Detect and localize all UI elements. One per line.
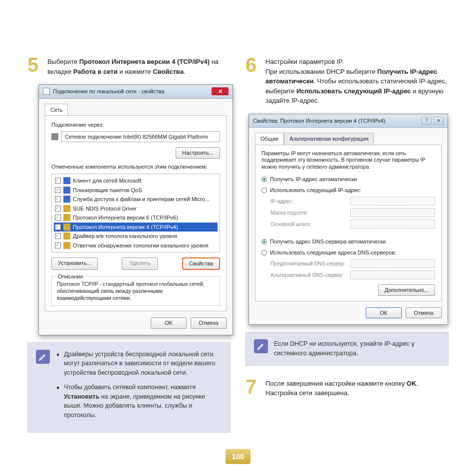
ipv4-description: Параметры IP могут назначаться автоматич…: [261, 150, 435, 171]
checkbox-icon[interactable]: [55, 187, 61, 193]
tab-general[interactable]: Общие: [255, 133, 284, 145]
list-item[interactable]: Клиент для сетей Microsoft: [54, 176, 218, 186]
dns2-label: Альтернативный DNS-сервер:: [270, 271, 350, 279]
service-icon: [63, 196, 70, 203]
step-text: Настройки параметров IP. При использован…: [265, 55, 449, 106]
description-text: Протокол TCP/IP - стандартный протокол г…: [57, 280, 215, 302]
list-item[interactable]: SUE NDIS Protocol Driver: [54, 204, 218, 214]
tab-alt-config[interactable]: Альтернативная конфигурация: [284, 133, 374, 145]
list-item-selected[interactable]: Протокол Интернета версии 4 (TCP/IPv4): [54, 223, 218, 232]
radio-row[interactable]: Получить IP-адрес автоматически: [261, 175, 435, 184]
step-7: 7 После завершения настройки нажмите кно…: [245, 377, 449, 398]
components-list[interactable]: Клиент для сетей Microsoft Планировщик п…: [51, 174, 220, 252]
dns1-label: Предпочитаемый DNS-сервер:: [270, 260, 350, 268]
list-item[interactable]: Драйвер в/в тополога канального уровня: [54, 232, 218, 241]
service-icon: [63, 187, 70, 194]
b: Работа в сети: [73, 68, 118, 75]
configure-button[interactable]: Настроить...: [176, 147, 220, 159]
checkbox-icon[interactable]: [55, 224, 61, 230]
b: Использовать следующий IP-адрес: [296, 87, 411, 95]
radio-row[interactable]: Получить адрес DNS-сервера автоматически: [261, 238, 435, 246]
note-box: Если DHCP не используется, узнайте IP-ад…: [245, 332, 449, 366]
radio-label: Получить IP-адрес автоматически: [270, 175, 357, 184]
step-text: После завершения настройки нажмите кнопк…: [265, 377, 449, 398]
item-label: Клиент для сетей Microsoft: [73, 177, 141, 185]
item-label: Служба доступа к файлам и принтерам сете…: [73, 195, 210, 204]
cancel-button[interactable]: Отмена: [191, 317, 227, 329]
adapter-icon: [51, 133, 58, 140]
tab-network[interactable]: Сеть: [45, 104, 68, 116]
list-item[interactable]: Служба доступа к файлам и принтерам сете…: [54, 195, 218, 204]
t: При использовании DHCP выберите: [265, 68, 377, 75]
page-number: 100: [226, 449, 250, 464]
properties-button[interactable]: Свойства: [182, 257, 220, 270]
ip-input[interactable]: . . .: [350, 197, 435, 206]
b: Установить: [64, 393, 99, 400]
t: Выберите: [47, 58, 79, 65]
window-icon: [43, 88, 50, 95]
close-icon[interactable]: ✕: [212, 87, 229, 95]
description-title: Описание: [56, 272, 85, 281]
radio-icon[interactable]: [261, 250, 267, 255]
protocol-icon: [63, 214, 70, 221]
close-icon[interactable]: ✕: [434, 117, 444, 125]
radio-icon[interactable]: [261, 177, 267, 182]
checkbox-icon[interactable]: [55, 196, 61, 202]
ok-button[interactable]: OK: [151, 317, 187, 329]
radio-row[interactable]: Использовать следующие адреса DNS-сервер…: [261, 248, 435, 257]
dns1-input[interactable]: . . .: [350, 259, 435, 268]
radio-icon[interactable]: [261, 188, 267, 193]
cancel-button[interactable]: Отмена: [406, 307, 442, 319]
pencil-icon: [36, 350, 50, 364]
gw-input[interactable]: . . .: [350, 220, 435, 229]
protocol-icon: [63, 233, 70, 239]
titlebar: Свойства: Протокол Интернета версии 4 (T…: [249, 114, 448, 128]
remove-button[interactable]: Удалить: [122, 257, 158, 270]
ok-button[interactable]: OK: [366, 307, 402, 319]
help-icon[interactable]: ?: [422, 117, 432, 125]
mask-input[interactable]: . . .: [350, 208, 435, 217]
item-label: Протокол Интернета версии 6 (TCP/IPv6): [73, 214, 178, 222]
t: После завершения настройки нажмите кнопк…: [265, 380, 407, 387]
step-text: Выберите Протокол Интернета версии 4 (TC…: [47, 55, 231, 76]
note-list: Драйверы устройств беспроводной локально…: [64, 350, 222, 425]
t: Драйверы устройств беспроводной локально…: [64, 351, 215, 377]
install-button[interactable]: Установить...: [51, 257, 98, 270]
checkbox-icon[interactable]: [55, 233, 61, 239]
checkbox-icon[interactable]: [55, 242, 61, 248]
radio-label: Использовать следующие адреса DNS-сервер…: [270, 248, 396, 257]
protocol-icon: [63, 205, 70, 212]
components-label: Отмеченные компоненты используются этим …: [51, 163, 220, 171]
list-item[interactable]: Протокол Интернета версии 6 (TCP/IPv6): [54, 213, 218, 223]
step-6: 6 Настройки параметров IP. При использов…: [245, 55, 449, 106]
note-text: Если DHCP не используется, узнайте IP-ад…: [274, 339, 440, 358]
ip-label: IP-адрес:: [270, 198, 350, 206]
radio-row[interactable]: Использовать следующий IP-адрес:: [261, 186, 435, 195]
gw-label: Основной шлюз:: [270, 221, 350, 229]
radio-label: Использовать следующий IP-адрес:: [270, 186, 362, 195]
radio-label: Получить адрес DNS-сервера автоматически: [270, 238, 386, 246]
item-label: SUE NDIS Protocol Driver: [73, 205, 137, 213]
list-item[interactable]: Ответчик обнаружения топологии канальног…: [54, 241, 218, 250]
mask-label: Маска подсети:: [270, 209, 350, 217]
dns2-input[interactable]: . . .: [350, 270, 435, 279]
window-title: Подключение по локальной сети - свойства: [53, 87, 164, 96]
t: Настройки параметров IP.: [265, 58, 344, 65]
item-label: Ответчик обнаружения топологии канальног…: [73, 241, 209, 250]
adapter-field: Сетевое подключение Intel(R) 82566MM Gig…: [61, 131, 220, 143]
protocol-icon: [63, 242, 70, 249]
t: Чтобы добавить сетевой компонент, нажмит…: [64, 384, 196, 391]
item-label: Драйвер в/в тополога канального уровня: [73, 232, 177, 240]
list-item[interactable]: Планировщик пакетов QoS: [54, 186, 218, 195]
lan-properties-dialog: Подключение по локальной сети - свойства…: [38, 84, 233, 335]
advanced-button[interactable]: Дополнительно...: [378, 284, 435, 296]
radio-icon[interactable]: [261, 239, 267, 244]
note-item: Чтобы добавить сетевой компонент, нажмит…: [64, 383, 222, 420]
client-icon: [63, 177, 70, 184]
checkbox-icon[interactable]: [55, 215, 61, 221]
step-number: 7: [245, 377, 259, 398]
item-label: Протокол Интернета версии 4 (TCP/IPv4): [73, 223, 178, 232]
item-label: Планировщик пакетов QoS: [73, 186, 142, 195]
checkbox-icon[interactable]: [55, 206, 61, 212]
checkbox-icon[interactable]: [55, 178, 61, 184]
